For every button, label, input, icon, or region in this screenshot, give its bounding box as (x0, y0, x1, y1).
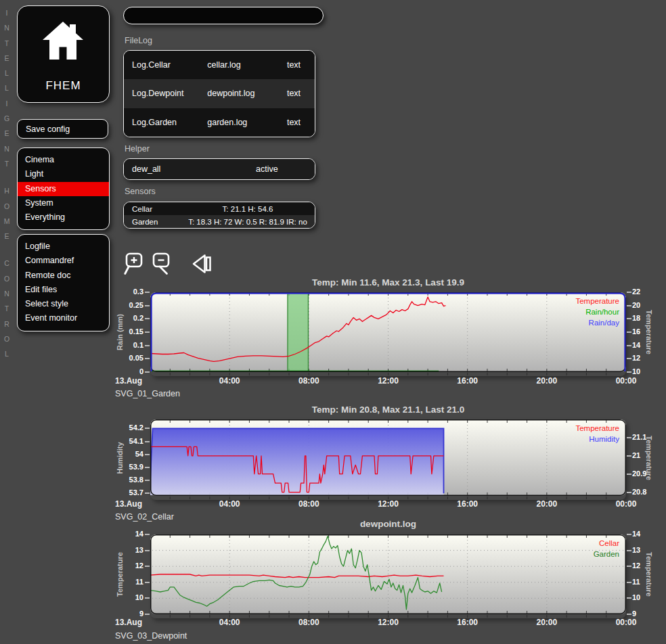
y-axis-left-tick: 0 (107, 367, 143, 375)
logfile-link[interactable]: dewpoint.log (207, 89, 273, 98)
tick-mark (627, 455, 631, 457)
chart-name-link[interactable]: SVG_01_Garden (115, 389, 180, 398)
tick-mark (145, 331, 150, 333)
device-link[interactable]: dew_all (124, 164, 219, 174)
room-item-system[interactable]: System (18, 196, 109, 210)
tick-mark (145, 492, 150, 494)
x-axis-tick: 04:00 (206, 376, 253, 386)
nav-item-select-style[interactable]: Select style (18, 297, 109, 311)
tick-mark (145, 566, 150, 567)
tick-mark (627, 358, 631, 359)
back-icon[interactable] (190, 252, 215, 276)
y-axis-right-tick: 10 (632, 367, 663, 375)
y-axis-left-tick: 9 (107, 610, 143, 618)
y-axis-left-tick: 53.9 (107, 463, 143, 471)
y-axis-left-label: Rain (mm) (116, 314, 124, 350)
helper-row: dew_allactive (124, 159, 315, 179)
tick-mark (627, 345, 631, 346)
device-link[interactable]: Log.Cellar (124, 60, 207, 70)
y-axis-right-label: Temperature (645, 436, 653, 480)
x-axis-tick: 20:00 (523, 499, 571, 509)
x-axis-tick: 20:00 (523, 376, 571, 386)
tick-mark (627, 614, 631, 615)
tick-mark (145, 318, 150, 319)
x-axis-tick: 16:00 (444, 499, 491, 509)
tick-mark (145, 597, 150, 599)
filelog-table: Log.Cellarcellar.logtextLog.Dewpointdewp… (123, 50, 315, 137)
tick-mark (627, 550, 631, 551)
section-label-helper: Helper (125, 144, 150, 154)
y-axis-left-tick: 0.3 (107, 288, 143, 296)
tick-mark (627, 437, 631, 438)
y-axis-right-tick: 20.8 (632, 488, 663, 496)
fhem-logo[interactable]: FHEM (17, 5, 110, 103)
tick-mark (145, 480, 150, 481)
x-axis-tick: 12:00 (365, 618, 412, 627)
logtype-link[interactable]: text (273, 60, 315, 70)
room-item-light[interactable]: Light (18, 167, 109, 181)
chart-1-title: Temp: Min 11.6, Max 21.3, Last 19.9 (150, 277, 626, 288)
nav-item-commandref[interactable]: Commandref (18, 254, 109, 268)
y-axis-right-tick: 12 (632, 354, 663, 362)
y-axis-right-tick: 14 (632, 530, 663, 538)
y-axis-left-tick: 54.1 (107, 437, 143, 445)
fhem-page: INTELLIGENTHOMECONTROL FHEM Save config … (0, 0, 666, 644)
tick-mark (145, 550, 150, 551)
device-link[interactable]: Cellar (124, 205, 185, 213)
device-link[interactable]: Garden (124, 218, 185, 226)
logtype-link[interactable]: text (273, 89, 315, 98)
nav-item-remote-doc[interactable]: Remote doc (18, 269, 109, 283)
tick-mark (145, 292, 150, 293)
nav-item-event-monitor[interactable]: Event monitor (18, 311, 109, 325)
command-input[interactable] (123, 7, 324, 24)
room-item-cinema[interactable]: Cinema (18, 153, 109, 167)
tick-mark (145, 358, 150, 359)
tick-mark (627, 534, 631, 535)
device-link[interactable]: Log.Garden (124, 118, 207, 127)
y-axis-left-tick: 14 (107, 530, 143, 538)
zoom-in-icon[interactable] (124, 252, 148, 276)
tick-mark (627, 371, 631, 373)
chart-name-link[interactable]: SVG_03_Dewpoint (115, 631, 187, 641)
nav-item-logfile[interactable]: Logfile (18, 239, 109, 254)
tick-mark (145, 441, 150, 442)
sensor-row: GardenT: 18.3 H: 72 W: 0.5 R: 81.9 IR: n… (124, 215, 315, 228)
x-axis-tick: 13.Aug (115, 499, 162, 509)
tick-mark (627, 292, 631, 293)
chart-3-title: dewpoint.log (150, 519, 626, 529)
device-link[interactable]: Log.Dewpoint (124, 89, 207, 98)
house-icon (41, 21, 85, 60)
y-axis-right-tick: 20 (632, 301, 663, 309)
zoom-out-icon[interactable] (151, 252, 175, 276)
x-axis-tick: 08:00 (285, 499, 332, 509)
y-axis-left-tick: 10 (107, 593, 143, 601)
tick-mark (145, 428, 150, 429)
x-axis-tick: 04:00 (206, 499, 253, 509)
y-axis-left-label: Humidity (116, 442, 124, 474)
tick-mark (145, 345, 150, 346)
sensor-readings: T: 21.1 H: 54.6 (185, 205, 315, 213)
y-axis-left-tick: 12 (107, 561, 143, 570)
legend-item: Rain/hour (470, 306, 619, 317)
section-label-filelog: FileLog (125, 36, 152, 45)
save-config-button[interactable]: Save config (17, 119, 108, 139)
logfile-link[interactable]: garden.log (207, 118, 273, 127)
tick-mark (627, 474, 631, 475)
x-axis-tick: 16:00 (444, 618, 491, 627)
x-axis-tick: 12:00 (365, 499, 412, 509)
y-axis-right-label: Temperature (645, 310, 653, 354)
room-item-sensors[interactable]: Sensors (18, 182, 109, 196)
device-state: active (219, 164, 315, 174)
x-axis-tick: 00:00 (602, 499, 650, 509)
chart-legend: TemperatureRain/hourRain/day (470, 296, 619, 329)
logo-text: FHEM (18, 79, 109, 93)
room-item-everything[interactable]: Everything (18, 210, 109, 225)
sensor-row: CellarT: 21.1 H: 54.6 (124, 202, 315, 215)
x-axis-tick: 08:00 (285, 376, 332, 386)
nav-menu: LogfileCommandrefRemote docEdit filesSel… (17, 234, 110, 331)
y-axis-left-tick: 0.05 (107, 354, 143, 362)
logfile-link[interactable]: cellar.log (207, 60, 273, 70)
logtype-link[interactable]: text (273, 118, 315, 127)
nav-item-edit-files[interactable]: Edit files (18, 283, 109, 297)
y-axis-left-tick: 0.25 (107, 301, 143, 309)
